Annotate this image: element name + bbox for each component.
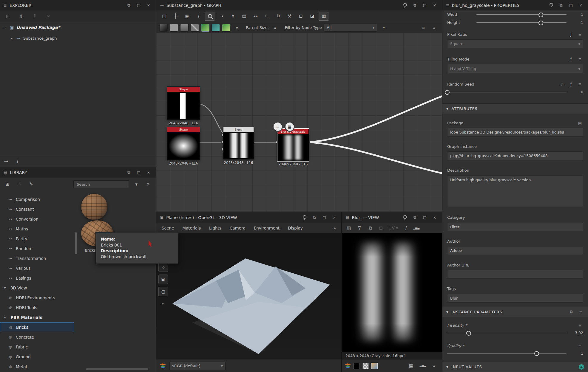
library-item-random[interactable]: ⊶Random [0, 244, 77, 253]
library-item-conversion[interactable]: ⊶Conversion [0, 214, 77, 224]
package-field[interactable]: lobe Substance 3D Designer/resources/pac… [447, 128, 583, 137]
grid-snap-icon[interactable]: ▦ [319, 12, 329, 21]
parent-size-overflow-icon[interactable]: » [271, 24, 280, 32]
parameter-menu-icon[interactable]: ≡ [577, 323, 583, 328]
export-icon[interactable]: ⇩ [30, 12, 39, 20]
display-filter-height-icon[interactable] [212, 24, 220, 32]
graph-node-blur-hq-grayscale[interactable]: Blur HQ Grayscale 2048x2048 - L16 [277, 129, 309, 161]
parameter-menu-icon[interactable]: ≡ [577, 344, 583, 348]
graph-node-shape-2[interactable]: Shape 2048x2048 - L16 [167, 127, 200, 160]
graph-canvas[interactable]: Shape 2048x2048 - L16 Shape 2048x2048 - … [156, 33, 442, 212]
float-icon[interactable]: ⧉ [311, 215, 318, 220]
chevron-right-icon[interactable]: ▸ [10, 36, 14, 40]
library-item-hdri-environments[interactable]: ⊕HDRI Environments [0, 293, 77, 303]
menu-lights[interactable]: Lights [209, 226, 221, 230]
author-field[interactable]: Adobe [447, 246, 583, 255]
library-item-maths[interactable]: ⊶Maths [0, 224, 77, 234]
snapshot-icon[interactable]: ◉ [182, 12, 192, 20]
material-thumbnail-bricks-001[interactable] [81, 194, 107, 220]
library-item-transformation[interactable]: ⊶Transformation [0, 253, 77, 263]
uv-dropdown[interactable]: UV ▾ [387, 224, 399, 232]
copy-image-icon[interactable]: ⧉ [366, 224, 375, 232]
new-image-icon[interactable]: ▥ [344, 224, 353, 232]
node-type-dropdown[interactable]: All ▾ [324, 24, 377, 32]
display-filter-roughness-icon[interactable] [222, 24, 230, 32]
parameter-menu-icon[interactable]: ≡ [577, 82, 583, 86]
menu-environment[interactable]: Environment [254, 226, 280, 230]
graph-bar-overflow-icon[interactable]: » [430, 24, 439, 32]
background-black-swatch[interactable] [354, 363, 360, 369]
library-item-parity[interactable]: ⊶Parity [0, 234, 77, 244]
library-item-easings[interactable]: ⊶Easings [0, 273, 77, 283]
maximize-icon[interactable]: ▢ [135, 170, 142, 175]
chevron-down-icon[interactable]: ⌄ [3, 25, 7, 30]
tools-icon[interactable]: ⚒ [285, 12, 294, 20]
graph-node-blend[interactable]: Blend 2048x2048 - L16 [223, 127, 254, 159]
library-section-3d-view[interactable]: ▾3D View [0, 283, 77, 293]
image-info-icon[interactable]: i [401, 224, 410, 232]
float-icon[interactable]: ⧉ [125, 3, 132, 8]
straight-links-icon[interactable]: ⊸ [217, 12, 226, 20]
pin-icon[interactable] [402, 3, 409, 7]
tree-item-graph[interactable]: ▸ ⊶ Substance_graph [0, 33, 156, 44]
close-icon[interactable]: × [431, 3, 438, 7]
intensity-slider[interactable] [447, 333, 567, 333]
display-filter-grayscale-icon[interactable] [170, 24, 178, 32]
menu-display[interactable]: Display [288, 226, 303, 230]
menu-camera[interactable]: Camera [230, 226, 246, 230]
maximize-icon[interactable]: ▢ [321, 215, 328, 220]
node-view-badge-icon[interactable]: ▦ [285, 122, 295, 132]
link-dot-icon[interactable]: ⊷ [251, 12, 260, 20]
library-item-ground[interactable]: ◍Ground [0, 352, 77, 362]
zoom-icon[interactable] [205, 12, 215, 21]
library-item-hdri-tools[interactable]: ⊕HDRI Tools [0, 303, 77, 312]
transform-icon[interactable]: ┼ [171, 12, 180, 20]
add-filter-icon[interactable]: ⊞ [3, 180, 12, 188]
library-vertical-scrollbar[interactable] [75, 232, 77, 254]
float-icon[interactable]: ⧉ [411, 3, 419, 8]
close-icon[interactable]: × [577, 3, 584, 7]
parameter-menu-icon[interactable]: ≡ [577, 32, 583, 37]
quality-slider[interactable] [447, 353, 567, 354]
split-links-icon[interactable]: ⋔ [228, 12, 238, 20]
view2d-canvas[interactable] [342, 233, 442, 352]
edit-icon[interactable]: ✎ [27, 180, 36, 188]
link-icon[interactable]: ∞ [44, 12, 53, 20]
intensity-value[interactable]: 3.92 [570, 331, 583, 335]
float-icon[interactable]: ⧉ [125, 170, 132, 175]
category-field[interactable]: Filter [447, 223, 583, 231]
expose-parameter-icon[interactable]: ƒ [568, 57, 574, 61]
float-icon[interactable]: ⧉ [558, 3, 565, 8]
float-icon[interactable]: ⧉ [411, 215, 419, 220]
graph-layout-icon[interactable]: ≡ [419, 24, 428, 32]
compute-icon[interactable]: ↻ [273, 12, 283, 20]
background-checker-swatch[interactable] [362, 363, 369, 369]
layers-icon[interactable] [345, 363, 351, 368]
library-item-comparison[interactable]: ⊶Comparison [0, 194, 77, 204]
display-filter-normal-icon[interactable] [201, 24, 209, 32]
graph-node-shape-1[interactable]: Shape 2048x2048 - L16 [167, 86, 200, 120]
filter-overflow-icon[interactable]: » [379, 24, 388, 32]
library-item-fabric[interactable]: ◍Fabric [0, 342, 77, 352]
pin-icon[interactable] [402, 215, 409, 220]
maximize-icon[interactable]: ▢ [421, 3, 428, 7]
display-filter-mask-icon[interactable] [191, 24, 199, 32]
maximize-icon[interactable]: ▢ [135, 3, 142, 7]
shuffle-icon[interactable]: ⇄ [559, 82, 565, 86]
close-icon[interactable]: × [431, 215, 438, 220]
outline-view-icon[interactable]: ⊶ [4, 159, 8, 164]
swatch-icon[interactable]: ◪ [307, 12, 317, 20]
import-package-icon[interactable]: ⇧ [17, 12, 26, 20]
expose-parameter-icon[interactable]: ƒ [568, 82, 574, 86]
add-input-value-icon[interactable]: + [579, 364, 584, 370]
background-image-swatch[interactable] [371, 363, 378, 369]
menu-materials[interactable]: Materials [182, 226, 201, 230]
search-input[interactable] [76, 182, 126, 187]
parameter-menu-icon[interactable]: ≡ [577, 57, 583, 61]
random-seed-value[interactable]: 0 [570, 90, 583, 94]
random-seed-slider[interactable] [447, 92, 567, 92]
instance-parameters-section-header[interactable]: ▾ INSTANCE PARAMETERS ⧉ ≡ [442, 307, 588, 317]
width-value[interactable]: 1 [570, 12, 583, 17]
filters-overflow-icon[interactable]: » [232, 24, 241, 32]
expose-parameter-icon[interactable]: ƒ [568, 32, 574, 37]
